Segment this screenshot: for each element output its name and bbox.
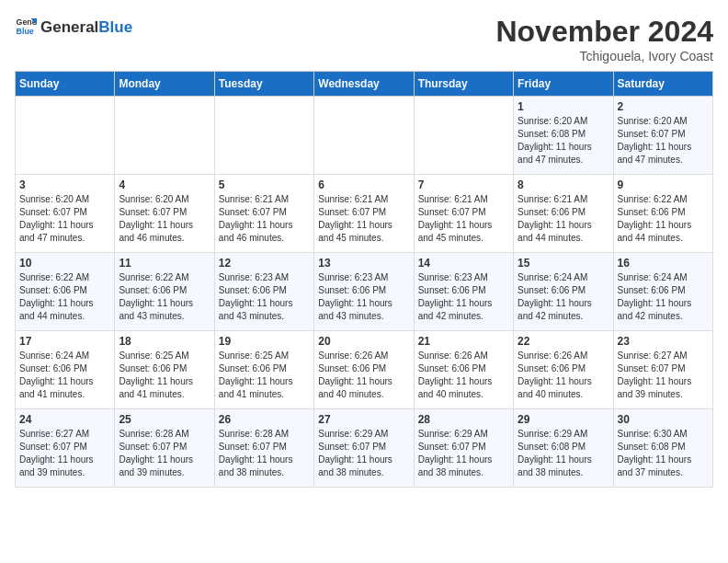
day-number: 13: [318, 257, 409, 270]
logo-blue-text: Blue: [98, 18, 132, 36]
table-row: [16, 97, 115, 175]
day-number: 5: [219, 178, 310, 191]
table-row: 4Sunrise: 6:20 AM Sunset: 6:07 PM Daylig…: [115, 175, 214, 253]
table-row: [214, 97, 313, 175]
day-number: 18: [119, 335, 210, 348]
day-number: 24: [19, 413, 110, 426]
table-row: 18Sunrise: 6:25 AM Sunset: 6:06 PM Dayli…: [115, 331, 214, 409]
day-number: 7: [418, 178, 509, 191]
table-row: 27Sunrise: 6:29 AM Sunset: 6:07 PM Dayli…: [314, 409, 414, 488]
day-info: Sunrise: 6:21 AM Sunset: 6:06 PM Dayligh…: [518, 193, 609, 245]
day-info: Sunrise: 6:20 AM Sunset: 6:07 PM Dayligh…: [119, 193, 210, 245]
calendar-week-row: 3Sunrise: 6:20 AM Sunset: 6:07 PM Daylig…: [16, 175, 713, 253]
day-info: Sunrise: 6:24 AM Sunset: 6:06 PM Dayligh…: [518, 271, 609, 323]
table-row: [314, 97, 414, 175]
title-block: November 2024 Tchigouela, Ivory Coast: [495, 15, 713, 63]
day-number: 15: [518, 257, 609, 270]
day-info: Sunrise: 6:23 AM Sunset: 6:06 PM Dayligh…: [318, 271, 409, 323]
table-row: 11Sunrise: 6:22 AM Sunset: 6:06 PM Dayli…: [115, 253, 214, 331]
day-number: 23: [618, 335, 709, 348]
col-wednesday: Wednesday: [314, 72, 414, 97]
calendar-week-row: 24Sunrise: 6:27 AM Sunset: 6:07 PM Dayli…: [16, 409, 713, 488]
day-number: 9: [618, 178, 709, 191]
table-row: 3Sunrise: 6:20 AM Sunset: 6:07 PM Daylig…: [16, 175, 115, 253]
calendar-week-row: 10Sunrise: 6:22 AM Sunset: 6:06 PM Dayli…: [16, 253, 713, 331]
col-tuesday: Tuesday: [214, 72, 313, 97]
logo-general-text: GeneralBlue: [40, 19, 132, 37]
col-thursday: Thursday: [414, 72, 513, 97]
table-row: 22Sunrise: 6:26 AM Sunset: 6:06 PM Dayli…: [514, 331, 613, 409]
day-number: 2: [618, 100, 709, 113]
day-number: 27: [318, 413, 409, 426]
table-row: 10Sunrise: 6:22 AM Sunset: 6:06 PM Dayli…: [16, 253, 115, 331]
day-number: 14: [418, 257, 509, 270]
day-info: Sunrise: 6:25 AM Sunset: 6:06 PM Dayligh…: [119, 350, 210, 401]
table-row: 6Sunrise: 6:21 AM Sunset: 6:07 PM Daylig…: [314, 175, 414, 253]
day-info: Sunrise: 6:22 AM Sunset: 6:06 PM Dayligh…: [19, 271, 110, 323]
day-info: Sunrise: 6:29 AM Sunset: 6:07 PM Dayligh…: [318, 428, 409, 479]
table-row: 5Sunrise: 6:21 AM Sunset: 6:07 PM Daylig…: [214, 175, 313, 253]
day-info: Sunrise: 6:25 AM Sunset: 6:06 PM Dayligh…: [219, 350, 310, 401]
table-row: 29Sunrise: 6:29 AM Sunset: 6:08 PM Dayli…: [514, 409, 613, 488]
day-info: Sunrise: 6:22 AM Sunset: 6:06 PM Dayligh…: [119, 271, 210, 323]
day-number: 19: [219, 335, 310, 348]
table-row: 1Sunrise: 6:20 AM Sunset: 6:08 PM Daylig…: [514, 97, 613, 175]
day-info: Sunrise: 6:29 AM Sunset: 6:07 PM Dayligh…: [418, 428, 509, 479]
day-number: 6: [318, 178, 409, 191]
day-info: Sunrise: 6:27 AM Sunset: 6:07 PM Dayligh…: [618, 350, 709, 401]
day-number: 11: [119, 257, 210, 270]
day-number: 22: [518, 335, 609, 348]
day-info: Sunrise: 6:30 AM Sunset: 6:08 PM Dayligh…: [618, 428, 709, 479]
day-number: 12: [219, 257, 310, 270]
table-row: 8Sunrise: 6:21 AM Sunset: 6:06 PM Daylig…: [514, 175, 613, 253]
table-row: 26Sunrise: 6:28 AM Sunset: 6:07 PM Dayli…: [214, 409, 313, 488]
table-row: 13Sunrise: 6:23 AM Sunset: 6:06 PM Dayli…: [314, 253, 414, 331]
day-number: 20: [318, 335, 409, 348]
col-sunday: Sunday: [16, 72, 115, 97]
day-info: Sunrise: 6:26 AM Sunset: 6:06 PM Dayligh…: [318, 350, 409, 401]
day-number: 8: [518, 178, 609, 191]
day-number: 3: [19, 178, 110, 191]
day-info: Sunrise: 6:21 AM Sunset: 6:07 PM Dayligh…: [219, 193, 310, 245]
day-info: Sunrise: 6:20 AM Sunset: 6:07 PM Dayligh…: [19, 193, 110, 245]
calendar-week-row: 17Sunrise: 6:24 AM Sunset: 6:06 PM Dayli…: [16, 331, 713, 409]
day-number: 26: [219, 413, 310, 426]
location-subtitle: Tchigouela, Ivory Coast: [495, 49, 713, 63]
svg-text:Blue: Blue: [17, 27, 34, 36]
table-row: 7Sunrise: 6:21 AM Sunset: 6:07 PM Daylig…: [414, 175, 513, 253]
day-number: 28: [418, 413, 509, 426]
table-row: 28Sunrise: 6:29 AM Sunset: 6:07 PM Dayli…: [414, 409, 513, 488]
day-number: 4: [119, 178, 210, 191]
calendar-week-row: 1Sunrise: 6:20 AM Sunset: 6:08 PM Daylig…: [16, 97, 713, 175]
day-number: 29: [518, 413, 609, 426]
logo: General Blue GeneralBlue: [15, 15, 132, 40]
table-row: 12Sunrise: 6:23 AM Sunset: 6:06 PM Dayli…: [214, 253, 313, 331]
table-row: [115, 97, 214, 175]
day-info: Sunrise: 6:29 AM Sunset: 6:08 PM Dayligh…: [518, 428, 609, 479]
day-info: Sunrise: 6:28 AM Sunset: 6:07 PM Dayligh…: [219, 428, 310, 479]
page-header: General Blue GeneralBlue November 2024 T…: [15, 15, 713, 63]
table-row: 9Sunrise: 6:22 AM Sunset: 6:06 PM Daylig…: [613, 175, 712, 253]
col-saturday: Saturday: [613, 72, 712, 97]
month-title: November 2024: [495, 15, 713, 49]
day-info: Sunrise: 6:28 AM Sunset: 6:07 PM Dayligh…: [119, 428, 210, 479]
day-info: Sunrise: 6:26 AM Sunset: 6:06 PM Dayligh…: [418, 350, 509, 401]
table-row: 21Sunrise: 6:26 AM Sunset: 6:06 PM Dayli…: [414, 331, 513, 409]
table-row: 2Sunrise: 6:20 AM Sunset: 6:07 PM Daylig…: [613, 97, 712, 175]
col-monday: Monday: [115, 72, 214, 97]
day-info: Sunrise: 6:24 AM Sunset: 6:06 PM Dayligh…: [19, 350, 110, 401]
day-number: 25: [119, 413, 210, 426]
table-row: 30Sunrise: 6:30 AM Sunset: 6:08 PM Dayli…: [613, 409, 712, 488]
table-row: 17Sunrise: 6:24 AM Sunset: 6:06 PM Dayli…: [16, 331, 115, 409]
day-info: Sunrise: 6:26 AM Sunset: 6:06 PM Dayligh…: [518, 350, 609, 401]
table-row: [414, 97, 513, 175]
table-row: 19Sunrise: 6:25 AM Sunset: 6:06 PM Dayli…: [214, 331, 313, 409]
day-info: Sunrise: 6:24 AM Sunset: 6:06 PM Dayligh…: [618, 271, 709, 323]
day-info: Sunrise: 6:23 AM Sunset: 6:06 PM Dayligh…: [418, 271, 509, 323]
day-number: 16: [618, 257, 709, 270]
calendar-table: Sunday Monday Tuesday Wednesday Thursday…: [15, 71, 713, 488]
table-row: 25Sunrise: 6:28 AM Sunset: 6:07 PM Dayli…: [115, 409, 214, 488]
calendar-header-row: Sunday Monday Tuesday Wednesday Thursday…: [16, 72, 713, 97]
day-info: Sunrise: 6:23 AM Sunset: 6:06 PM Dayligh…: [219, 271, 310, 323]
table-row: 16Sunrise: 6:24 AM Sunset: 6:06 PM Dayli…: [613, 253, 712, 331]
